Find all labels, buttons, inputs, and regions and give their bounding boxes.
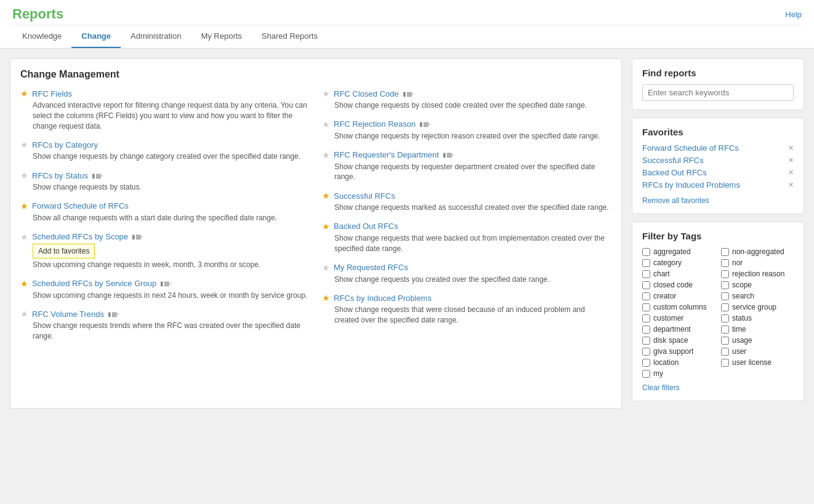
tag-item-my: my [642, 369, 715, 378]
star-icon-rfcs-by-status[interactable]: ★ [20, 170, 28, 180]
star-icon-scheduled-by-service-group[interactable]: ★ [20, 279, 28, 289]
report-link-my-requested-rfcs[interactable]: My Requested RFCs [334, 263, 408, 272]
report-item-rfcs-by-status: ★RFCs by Status▮▩▫Show change requests b… [20, 170, 310, 193]
tag-checkbox-service-group[interactable] [721, 303, 729, 311]
tag-checkbox-status[interactable] [721, 314, 729, 322]
tag-label-non-aggregated: non-aggregated [732, 247, 784, 256]
star-icon-scheduled-by-scope[interactable]: ★ [20, 232, 28, 242]
report-link-forward-schedule[interactable]: Forward Schedule of RFCs [32, 201, 129, 210]
remove-all-favorites-link[interactable]: Remove all favorites [642, 196, 709, 205]
tag-checkbox-non-aggregated[interactable] [721, 248, 729, 256]
report-link-backed-out-rfcs[interactable]: Backed Out RFCs [334, 222, 398, 231]
clear-filters-link[interactable]: Clear filters [642, 383, 680, 392]
nav-bar: KnowledgeChangeAdministrationMy ReportsS… [12, 25, 802, 48]
tag-checkbox-location[interactable] [642, 359, 650, 367]
nav-item-shared-reports[interactable]: Shared Reports [252, 25, 328, 48]
report-link-rfc-rejection-reason[interactable]: RFC Rejection Reason [334, 119, 416, 129]
report-item-rfc-volume-trends: ★RFC Volume Trends▮▩▫Show change request… [20, 309, 310, 342]
tag-label-giva-support: giva support [653, 347, 693, 356]
star-icon-rfcs-by-induced-problems[interactable]: ★ [322, 293, 330, 303]
favorite-item-fav-successful-rfcs: Successful RFCs✕ [642, 156, 794, 165]
report-link-rfc-closed-code[interactable]: RFC Closed Code [334, 89, 399, 98]
tag-checkbox-closed-code[interactable] [642, 281, 650, 289]
star-icon-rfcs-by-category[interactable]: ★ [20, 140, 28, 150]
favorite-link-fav-forward-schedule[interactable]: Forward Schedule of RFCs [642, 143, 739, 153]
star-icon-backed-out-rfcs[interactable]: ★ [322, 222, 330, 231]
report-link-rfc-volume-trends[interactable]: RFC Volume Trends [32, 310, 104, 319]
report-link-successful-rfcs[interactable]: Successful RFCs [334, 191, 395, 201]
tag-checkbox-chart[interactable] [642, 270, 650, 278]
tag-checkbox-my[interactable] [642, 370, 650, 378]
report-item-backed-out-rfcs: ★Backed Out RFCsShow change requests tha… [322, 222, 611, 254]
remove-favorite-fav-forward-schedule[interactable]: ✕ [788, 144, 794, 152]
report-desc-scheduled-by-service-group: Show upcoming change requests in next 24… [33, 290, 310, 301]
report-link-rfc-fields[interactable]: RFC Fields [32, 89, 72, 98]
favorite-link-fav-rfcs-by-induced[interactable]: RFCs by Induced Problems [642, 180, 740, 190]
tag-item-rejection-reason: rejection reason [721, 270, 794, 278]
tag-label-rejection-reason: rejection reason [732, 270, 784, 278]
filter-tags-title: Filter by Tags [642, 231, 794, 241]
tag-checkbox-usage[interactable] [721, 337, 729, 345]
remove-favorite-fav-backed-out-rfcs[interactable]: ✕ [788, 169, 794, 177]
help-link[interactable]: Help [785, 10, 802, 19]
reports-grid: ★RFC FieldsAdvanced interactive report f… [20, 89, 611, 350]
remove-favorite-fav-rfcs-by-induced[interactable]: ✕ [788, 181, 794, 189]
report-desc-rfcs-by-category: Show change requests by change category … [33, 151, 310, 162]
star-icon-successful-rfcs[interactable]: ★ [322, 191, 330, 201]
tag-label-status: status [732, 314, 752, 322]
tag-label-category: category [653, 258, 682, 267]
nav-item-my-reports[interactable]: My Reports [191, 25, 251, 48]
chart-icon-scheduled-by-scope: ▮▩▫ [132, 233, 143, 240]
report-desc-my-requested-rfcs: Show change requests you created over th… [334, 274, 611, 285]
tag-item-non-aggregated: non-aggregated [721, 247, 794, 256]
star-icon-rfc-fields[interactable]: ★ [20, 89, 28, 98]
find-reports-title: Find reports [642, 68, 794, 78]
tag-checkbox-time[interactable] [721, 326, 729, 334]
tag-checkbox-rejection-reason[interactable] [721, 270, 729, 278]
tag-checkbox-customer[interactable] [642, 314, 650, 322]
tag-label-service-group: service group [732, 303, 776, 311]
tag-checkbox-department[interactable] [642, 326, 650, 334]
report-link-rfcs-by-status[interactable]: RFCs by Status [32, 171, 88, 180]
tag-checkbox-category[interactable] [642, 259, 650, 267]
search-input[interactable] [642, 84, 794, 101]
tag-checkbox-scope[interactable] [721, 281, 729, 289]
tag-label-time: time [732, 325, 746, 334]
star-icon-rfc-volume-trends[interactable]: ★ [20, 309, 28, 319]
tag-item-customer: customer [642, 314, 715, 322]
tag-checkbox-search[interactable] [721, 292, 729, 300]
report-link-rfcs-by-category[interactable]: RFCs by Category [32, 140, 98, 150]
report-header-forward-schedule: ★Forward Schedule of RFCs [20, 201, 310, 211]
favorite-link-fav-successful-rfcs[interactable]: Successful RFCs [642, 156, 704, 165]
tag-item-service-group: service group [721, 303, 794, 311]
tag-label-scope: scope [732, 281, 752, 289]
tag-item-scope: scope [721, 281, 794, 289]
tag-checkbox-giva-support[interactable] [642, 348, 650, 356]
tag-checkbox-custom-columns[interactable] [642, 303, 650, 311]
tag-checkbox-disk-space[interactable] [642, 337, 650, 345]
report-link-rfcs-by-induced-problems[interactable]: RFCs by Induced Problems [334, 294, 432, 303]
tag-label-location: location [653, 358, 679, 367]
report-link-rfc-requesters-department[interactable]: RFC Requester's Department [334, 150, 439, 159]
report-link-scheduled-by-service-group[interactable]: Scheduled RFCs by Service Group [32, 279, 156, 288]
star-icon-forward-schedule[interactable]: ★ [20, 201, 28, 211]
remove-favorite-fav-successful-rfcs[interactable]: ✕ [788, 156, 794, 164]
report-item-rfc-closed-code: ★RFC Closed Code▮▩▫Show change requests … [322, 89, 611, 111]
tag-checkbox-creator[interactable] [642, 292, 650, 300]
star-icon-my-requested-rfcs[interactable]: ★ [322, 263, 330, 273]
star-icon-rfc-rejection-reason[interactable]: ★ [322, 119, 330, 129]
tag-checkbox-nor[interactable] [721, 259, 729, 267]
nav-item-administration[interactable]: Administration [121, 25, 191, 48]
star-icon-rfc-requesters-department[interactable]: ★ [322, 150, 330, 160]
star-icon-rfc-closed-code[interactable]: ★ [322, 89, 330, 98]
nav-item-knowledge[interactable]: Knowledge [12, 25, 71, 48]
tag-checkbox-user[interactable] [721, 348, 729, 356]
tag-item-location: location [642, 358, 715, 367]
tag-checkbox-user-license[interactable] [721, 359, 729, 367]
favorite-link-fav-backed-out-rfcs[interactable]: Backed Out RFCs [642, 168, 707, 177]
nav-item-change[interactable]: Change [71, 25, 121, 48]
tag-checkbox-aggregated[interactable] [642, 248, 650, 256]
report-item-forward-schedule: ★Forward Schedule of RFCsShow all change… [20, 201, 310, 223]
tag-item-creator: creator [642, 292, 715, 300]
report-link-scheduled-by-scope[interactable]: Scheduled RFCs by Scope [32, 232, 128, 241]
